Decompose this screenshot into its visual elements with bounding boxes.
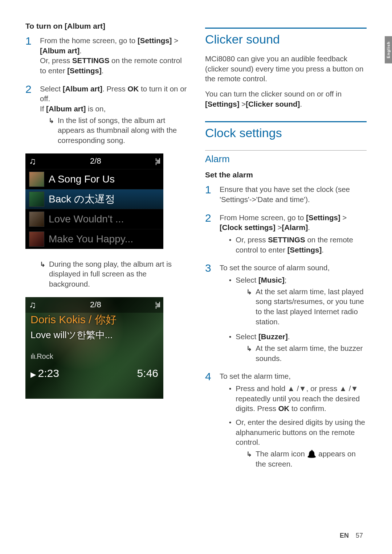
text: Select — [236, 276, 258, 284]
text: is on, — [86, 104, 106, 113]
settings-button-label: SETTINGS — [72, 56, 110, 65]
buzzer-label: [Buzzer] — [258, 332, 288, 341]
alarm-step-2: 2 From Home screen, go to [Settings] > [… — [205, 213, 367, 255]
bullet: Press and hold /, or press / repeatedly … — [220, 383, 367, 414]
text: . — [288, 332, 290, 341]
down-arrow-icon — [351, 384, 358, 393]
result-text: In the list of songs, the album art appe… — [58, 115, 187, 145]
text: From the home screen, go to — [40, 36, 138, 45]
album-thumb — [29, 192, 44, 207]
result-arrow-icon — [40, 259, 45, 289]
song-title: Back の太遅정 — [49, 192, 115, 206]
text: Or, press — [236, 235, 268, 244]
total-time: 5:46 — [137, 367, 158, 379]
settings-label: [Settings] — [205, 100, 240, 108]
ok-label: OK — [278, 404, 290, 413]
result-block: During the song play, the album art is d… — [40, 258, 187, 289]
music-label: [Music] — [258, 276, 285, 284]
text: . — [322, 246, 324, 254]
result-arrow-icon — [246, 287, 252, 327]
step-2: 2 Select [Album art]. Press OK to turn i… — [25, 84, 187, 145]
right-column: Clicker sound MCi8080 can give you an au… — [205, 22, 367, 477]
bullet-text: Or, press SETTINGS on the remote control… — [236, 235, 367, 255]
language-tab: English — [385, 36, 392, 63]
section-rule — [205, 28, 367, 29]
album-art-label: [Album art] — [46, 104, 86, 113]
step-number: 1 — [205, 184, 213, 204]
text: Press and hold — [236, 384, 287, 393]
text: / — [295, 384, 299, 393]
page-footer: EN 57 — [340, 532, 363, 539]
step-body: From the home screen, go to [Settings] >… — [40, 36, 187, 76]
album-art-label: [Album art] — [40, 46, 79, 55]
text: . — [300, 100, 302, 108]
left-column: To turn on [Album art] 1 From the home s… — [25, 22, 187, 477]
bullet-icon — [229, 332, 232, 363]
screen-statusbar: ♫ 2/8 ¦ııl — [25, 153, 163, 169]
text: . — [102, 66, 104, 75]
subhead-set-alarm: Set the alarm — [205, 171, 367, 179]
text: ; — [285, 276, 287, 284]
album-thumb — [29, 212, 44, 227]
text: > — [240, 100, 246, 108]
result-text: During the song play, the album art is d… — [49, 259, 187, 289]
step-number: 3 — [205, 263, 213, 363]
paragraph: You can turn the clicker sound on or off… — [205, 89, 367, 109]
elapsed-time: 2:23 — [30, 367, 59, 379]
song-row-selected: Back の太遅정 — [25, 189, 163, 209]
result-text: At the set alarm time, the buzzer sounds… — [256, 343, 367, 363]
text: , or press — [306, 384, 339, 393]
text: If — [40, 104, 46, 113]
now-playing-times: 2:23 5:46 — [25, 361, 163, 383]
now-playing-genre: Rock — [25, 341, 163, 361]
section-rule — [205, 121, 367, 122]
step-number: 2 — [25, 84, 33, 145]
now-playing-artist: Doris Kokis / 你好 — [25, 297, 163, 327]
bullet-icon — [229, 275, 232, 327]
result-arrow-icon — [246, 449, 252, 469]
result-arrow-icon — [49, 115, 54, 145]
bullet-text: Press and hold /, or press / repeatedly … — [236, 383, 367, 414]
text: From Home screen, go to — [220, 213, 306, 222]
alarm-step-3: 3 To set the source of alarm sound, Sele… — [205, 263, 367, 363]
result-arrow-icon — [246, 343, 252, 363]
bullet: Select [Buzzer]. At the set alarm time, … — [220, 332, 367, 363]
bullet-icon — [229, 235, 232, 255]
up-arrow-icon — [287, 384, 295, 393]
result: In the list of songs, the album art appe… — [40, 115, 187, 145]
alarm-step-4: 4 To set the alarm time, Press and hold … — [205, 371, 367, 469]
bullet: Select [Music]; At the set alarm time, l… — [220, 275, 367, 327]
bullet: Or, press SETTINGS on the remote control… — [220, 235, 367, 255]
text: > — [275, 223, 282, 231]
step-body: Select [Album art]. Press OK to turn it … — [40, 84, 187, 145]
song-title: Love Wouldn't ... — [49, 213, 124, 225]
text: to confirm. — [289, 404, 326, 413]
text: > — [172, 36, 178, 45]
bullet-text: Or, enter the desired digits by using th… — [236, 417, 367, 469]
step-1: 1 From the home screen, go to [Settings]… — [25, 36, 187, 76]
step-number: 4 — [205, 371, 213, 469]
step-body: Ensure that you have set the clock (see … — [220, 184, 367, 204]
device-screenshot-song-list: ♫ 2/8 ¦ııl A Song For Us Back の太遅정 Love … — [25, 153, 163, 249]
text: > — [340, 213, 347, 222]
text: Or, press — [40, 56, 72, 65]
album-art-label: [Album art] — [63, 85, 102, 93]
bullet-icon — [229, 417, 232, 469]
device-screenshot-now-playing: ♫ 2/8 ¦ııl Doris Kokis / 你好 Love willツ한繁… — [25, 297, 163, 399]
genre-label: Rock — [37, 352, 53, 360]
song-row: A Song For Us — [25, 169, 163, 189]
step-body: To set the alarm time, Press and hold /,… — [220, 371, 367, 469]
equalizer-icon — [30, 352, 37, 360]
step-number: 2 — [205, 213, 213, 255]
song-title: A Song For Us — [49, 173, 115, 185]
clock-settings-label: [Clock settings] — [220, 223, 275, 231]
text: . — [79, 46, 82, 55]
text: To set the alarm time, — [220, 372, 291, 380]
bullet-text: Select [Music]; At the set alarm time, l… — [236, 275, 367, 327]
music-icon: ♫ — [29, 156, 36, 167]
song-title: Make You Happy... — [49, 233, 133, 245]
alarm-bell-icon — [307, 450, 317, 458]
song-row: Make You Happy... — [25, 229, 163, 249]
paragraph: MCi8080 can give you an audible feedback… — [205, 54, 367, 84]
text: Select — [236, 332, 258, 341]
